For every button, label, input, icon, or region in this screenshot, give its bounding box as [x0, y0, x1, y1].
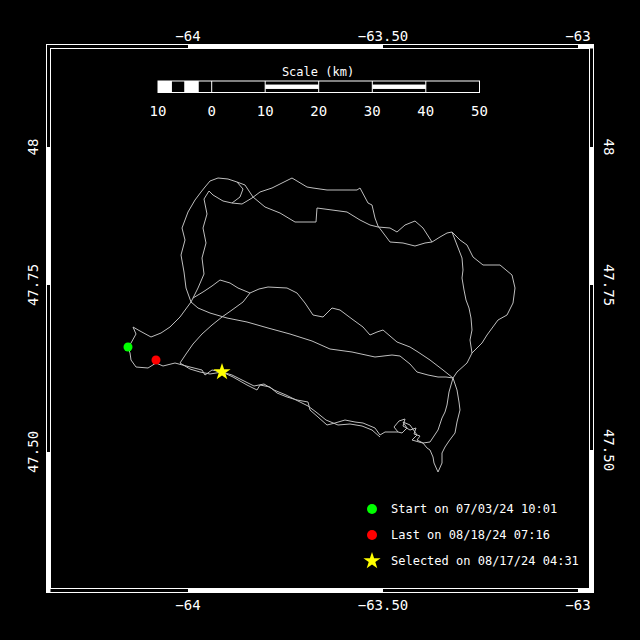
- legend-item-label: Start on 07/03/24 10:01: [391, 502, 557, 516]
- scale-tick-label: 10: [150, 103, 167, 119]
- legend-marker-start: [367, 504, 377, 514]
- track-segment: [191, 191, 209, 302]
- axis-band-left: [47, 147, 51, 285]
- tick-label-bottom: −63.50: [358, 597, 409, 613]
- scale-tick-label: 10: [257, 103, 274, 119]
- scale-bar-title: Scale (km): [282, 65, 354, 79]
- track-segment: [237, 182, 432, 242]
- legend-marker-selected: [363, 552, 380, 568]
- track-segment: [136, 363, 423, 443]
- axis-band-right: [590, 450, 594, 593]
- scale-bar-stripe: [265, 85, 319, 89]
- tick-label-left: 48: [25, 139, 41, 156]
- track-segment: [128, 302, 191, 347]
- scale-tick-label: 50: [471, 103, 488, 119]
- track-segment: [430, 378, 453, 442]
- legend-marker-last: [367, 530, 377, 540]
- track-segment: [432, 232, 515, 353]
- legend-item-label: Last on 08/18/24 07:16: [391, 528, 550, 542]
- scale-tick-label: 40: [417, 103, 434, 119]
- scale-bar-filled-cell: [185, 81, 198, 93]
- scale-tick-label: 0: [207, 103, 215, 119]
- scale-tick-label: 30: [364, 103, 381, 119]
- track-segment: [452, 232, 472, 353]
- axis-band-left: [47, 452, 51, 593]
- tick-label-left: 47.75: [25, 264, 41, 306]
- tick-label-left: 47.50: [25, 431, 41, 473]
- track-segment: [423, 378, 460, 472]
- last-marker: [152, 356, 161, 365]
- track-segment: [191, 302, 453, 378]
- tick-label-bottom: −63: [565, 597, 590, 613]
- tick-label-right: 48: [601, 139, 617, 156]
- tick-label-top: −64: [175, 28, 200, 44]
- legend-item-label: Selected on 08/17/24 04:31: [391, 554, 579, 568]
- track-segment: [232, 178, 432, 246]
- track-segment: [180, 363, 380, 437]
- tick-label-right: 47.50: [601, 429, 617, 471]
- scale-tick-label: 20: [310, 103, 327, 119]
- track-map: −64−63.50−63−64−63.50−634847.7547.504847…: [0, 0, 640, 640]
- plot-svg: −64−63.50−63−64−63.50−634847.7547.504847…: [0, 0, 640, 640]
- tick-label-bottom: −64: [175, 597, 200, 613]
- scale-bar-stripe: [372, 85, 426, 89]
- axis-band-top: [578, 45, 594, 49]
- axis-band-bottom: [188, 589, 383, 593]
- tick-label-top: −63.50: [358, 28, 409, 44]
- axis-band-top: [188, 45, 383, 49]
- start-marker: [124, 343, 133, 352]
- scale-bar-filled-cell: [158, 81, 171, 93]
- track-segment: [193, 280, 453, 378]
- track-segment: [453, 353, 472, 378]
- tick-label-top: −63: [565, 28, 590, 44]
- track-segment: [181, 187, 205, 302]
- axis-band-right: [590, 147, 594, 285]
- tick-label-right: 47.75: [601, 264, 617, 306]
